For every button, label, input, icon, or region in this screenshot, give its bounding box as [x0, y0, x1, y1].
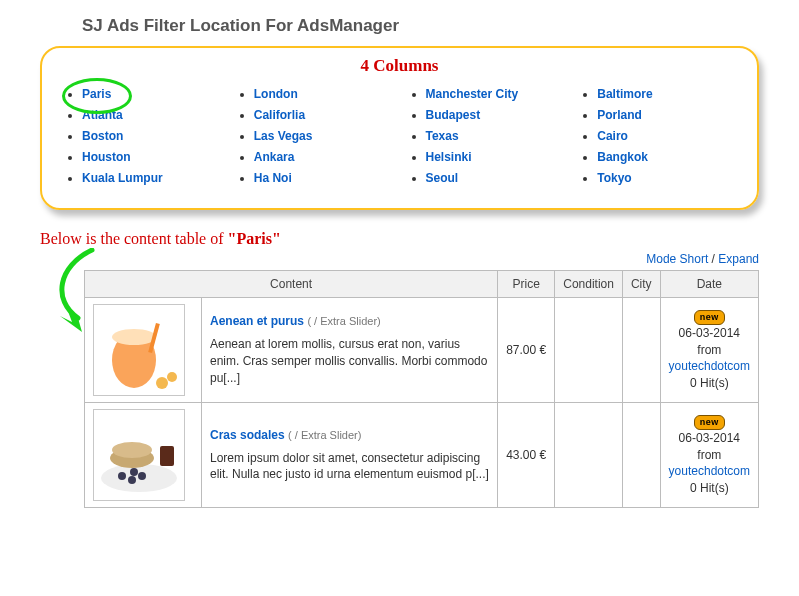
new-badge: new [694, 310, 725, 325]
location-item: Kuala Lumpur [82, 171, 228, 185]
svg-point-10 [112, 442, 152, 458]
svg-point-6 [167, 372, 177, 382]
location-item: Tokyo [597, 171, 743, 185]
location-item: Texas [426, 129, 572, 143]
location-filter-box: 4 Columns ParisAtlantaBostonHoustonKuala… [40, 46, 759, 210]
location-link[interactable]: Bangkok [597, 150, 648, 164]
th-city: City [622, 271, 660, 298]
location-col-1: ParisAtlantaBostonHoustonKuala Lumpur [56, 80, 228, 192]
ad-category: ( / Extra Slider) [288, 429, 361, 441]
location-item: Califorlia [254, 108, 400, 122]
caption-city: "Paris" [228, 230, 281, 247]
city-cell [622, 403, 660, 508]
city-cell [622, 298, 660, 403]
location-item: Atlanta [82, 108, 228, 122]
location-item: Bangkok [597, 150, 743, 164]
user-link[interactable]: youtechdotcom [669, 464, 750, 478]
location-item: Ankara [254, 150, 400, 164]
ad-thumbnail[interactable] [93, 409, 185, 501]
ad-description: Aenean at lorem mollis, cursus erat non,… [210, 336, 489, 386]
location-item: Las Vegas [254, 129, 400, 143]
date-cell: new06-03-2014fromyoutechdotcom0 Hit(s) [660, 403, 758, 508]
location-link[interactable]: Seoul [426, 171, 459, 185]
columns-label: 4 Columns [56, 56, 743, 76]
ad-category: ( / Extra Slider) [307, 315, 380, 327]
ad-date: 06-03-2014 [679, 326, 740, 340]
location-link[interactable]: Paris [82, 87, 111, 101]
mode-expand-link[interactable]: Expand [718, 252, 759, 266]
location-col-4: BaltimorePorlandCairoBangkokTokyo [571, 80, 743, 192]
location-link[interactable]: Cairo [597, 129, 628, 143]
location-item: Porland [597, 108, 743, 122]
location-link[interactable]: Kuala Lumpur [82, 171, 163, 185]
location-link[interactable]: Helsinki [426, 150, 472, 164]
location-link[interactable]: Califorlia [254, 108, 305, 122]
table-row: Aenean et purus ( / Extra Slider)Aenean … [85, 298, 759, 403]
hits-label: 0 Hit(s) [690, 376, 729, 390]
condition-cell [555, 403, 623, 508]
location-col-2: LondonCaliforliaLas VegasAnkaraHa Noi [228, 80, 400, 192]
location-link[interactable]: Houston [82, 150, 131, 164]
date-cell: new06-03-2014fromyoutechdotcom0 Hit(s) [660, 298, 758, 403]
location-link[interactable]: Atlanta [82, 108, 123, 122]
mode-separator: / [708, 252, 718, 266]
content-caption: Below is the content table of "Paris" [40, 230, 759, 248]
ad-description: Lorem ipsum dolor sit amet, consectetur … [210, 450, 489, 484]
th-date: Date [660, 271, 758, 298]
from-label: from [697, 343, 721, 357]
page-title: SJ Ads Filter Location For AdsManager [82, 16, 759, 36]
user-link[interactable]: youtechdotcom [669, 359, 750, 373]
location-link[interactable]: Boston [82, 129, 123, 143]
location-link[interactable]: Ankara [254, 150, 295, 164]
svg-point-12 [128, 476, 136, 484]
svg-point-11 [118, 472, 126, 480]
location-col-3: Manchester CityBudapestTexasHelsinkiSeou… [400, 80, 572, 192]
ad-title-link[interactable]: Cras sodales [210, 428, 285, 442]
location-item: Paris [82, 87, 228, 101]
ad-date: 06-03-2014 [679, 431, 740, 445]
location-columns: ParisAtlantaBostonHoustonKuala Lumpur Lo… [56, 80, 743, 192]
table-row: Cras sodales ( / Extra Slider)Lorem ipsu… [85, 403, 759, 508]
ad-thumbnail[interactable] [93, 304, 185, 396]
content-cell: Cras sodales ( / Extra Slider)Lorem ipsu… [202, 403, 498, 508]
condition-cell [555, 298, 623, 403]
content-cell: Aenean et purus ( / Extra Slider)Aenean … [202, 298, 498, 403]
location-link[interactable]: Manchester City [426, 87, 519, 101]
mode-toggle: Mode Short / Expand [84, 252, 759, 266]
th-price: Price [498, 271, 555, 298]
location-item: Manchester City [426, 87, 572, 101]
svg-point-13 [138, 472, 146, 480]
location-item: Houston [82, 150, 228, 164]
location-link[interactable]: Porland [597, 108, 642, 122]
location-link[interactable]: Texas [426, 129, 459, 143]
arrow-icon [52, 248, 102, 338]
location-item: Baltimore [597, 87, 743, 101]
location-item: Budapest [426, 108, 572, 122]
from-label: from [697, 448, 721, 462]
ad-title-link[interactable]: Aenean et purus [210, 314, 304, 328]
mode-short-link[interactable]: Mode Short [646, 252, 708, 266]
location-item: Seoul [426, 171, 572, 185]
location-item: Ha Noi [254, 171, 400, 185]
ads-table: Content Price Condition City Date Aenean… [84, 270, 759, 508]
location-link[interactable]: Las Vegas [254, 129, 313, 143]
location-item: Cairo [597, 129, 743, 143]
location-link[interactable]: Ha Noi [254, 171, 292, 185]
svg-point-14 [130, 468, 138, 476]
location-item: Helsinki [426, 150, 572, 164]
svg-rect-15 [160, 446, 174, 466]
th-condition: Condition [555, 271, 623, 298]
new-badge: new [694, 415, 725, 430]
location-link[interactable]: London [254, 87, 298, 101]
location-link[interactable]: Budapest [426, 108, 481, 122]
location-link[interactable]: Tokyo [597, 171, 631, 185]
hits-label: 0 Hit(s) [690, 481, 729, 495]
price-cell: 43.00 € [498, 403, 555, 508]
th-content: Content [85, 271, 498, 298]
location-item: Boston [82, 129, 228, 143]
location-item: London [254, 87, 400, 101]
svg-point-3 [112, 329, 156, 345]
caption-prefix: Below is the content table of [40, 230, 228, 247]
table-header-row: Content Price Condition City Date [85, 271, 759, 298]
location-link[interactable]: Baltimore [597, 87, 652, 101]
